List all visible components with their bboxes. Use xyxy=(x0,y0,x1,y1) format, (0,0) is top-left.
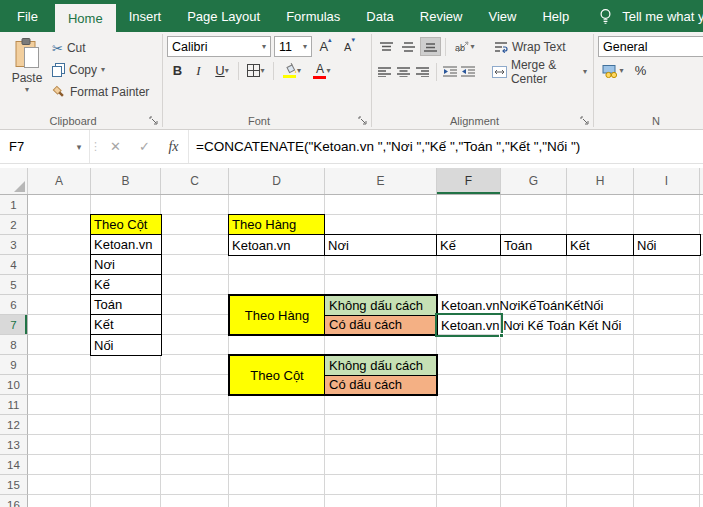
row-header-16[interactable]: 16 xyxy=(0,495,28,507)
column-header-e[interactable]: E xyxy=(325,168,437,194)
row-header-5[interactable]: 5 xyxy=(0,275,28,295)
font-dialog-launcher[interactable] xyxy=(357,115,368,126)
alignment-dialog-launcher[interactable] xyxy=(579,115,590,126)
tab-data[interactable]: Data xyxy=(353,0,406,32)
cell-e7[interactable]: Có dấu cách xyxy=(325,316,436,335)
cell-e6[interactable]: Không dấu cách xyxy=(325,296,436,316)
tab-file[interactable]: File xyxy=(0,0,55,32)
enter-button[interactable]: ✓ xyxy=(130,130,159,163)
tab-insert[interactable]: Insert xyxy=(116,0,175,32)
row-header-3[interactable]: 3 xyxy=(0,235,28,255)
row-header-12[interactable]: 12 xyxy=(0,415,28,435)
increase-indent-button[interactable] xyxy=(460,62,478,81)
column-header-i[interactable]: I xyxy=(634,168,700,194)
cell-b8[interactable]: Nối xyxy=(91,335,161,355)
cell-b4[interactable]: Nơi xyxy=(91,255,161,275)
row-header-13[interactable]: 13 xyxy=(0,435,28,455)
tab-view[interactable]: View xyxy=(475,0,529,32)
underline-button[interactable]: U ▾ xyxy=(209,61,235,80)
name-box-dropdown-icon[interactable]: ▾ xyxy=(69,142,89,152)
cancel-button[interactable]: ✕ xyxy=(101,130,130,163)
copy-dropdown-icon[interactable]: ▾ xyxy=(101,66,105,74)
cell-d3[interactable]: Ketoan.vn xyxy=(229,235,325,255)
font-name-combo[interactable]: Calibri ▾ xyxy=(167,36,271,57)
row-header-10[interactable]: 10 xyxy=(0,375,28,395)
bold-button[interactable]: B xyxy=(167,61,188,80)
row-header-14[interactable]: 14 xyxy=(0,455,28,475)
paste-button[interactable]: Paste ▾ xyxy=(4,36,50,102)
cell-b6[interactable]: Toán xyxy=(91,295,161,315)
row-header-1[interactable]: 1 xyxy=(0,195,28,215)
fill-color-button[interactable]: ▾ xyxy=(277,61,307,80)
orientation-button[interactable]: ab ▾ xyxy=(450,37,480,56)
align-left-button[interactable] xyxy=(376,62,394,81)
column-header-a[interactable]: A xyxy=(28,168,91,194)
row-header-6[interactable]: 6 xyxy=(0,295,28,315)
row-header-2[interactable]: 2 xyxy=(0,215,28,235)
formula-bar-grip[interactable]: ⋮ xyxy=(89,130,101,163)
cell-d9-d10-merged[interactable]: Theo Cột xyxy=(230,356,325,394)
tab-help[interactable]: Help xyxy=(529,0,582,32)
select-all-corner[interactable] xyxy=(0,168,28,194)
formula-input[interactable]: =CONCATENATE("Ketoan.vn ","Nơi ","Kế ","… xyxy=(188,130,703,163)
merge-center-button[interactable]: Merge & Center ▾ xyxy=(488,61,591,82)
selection-border-f7[interactable] xyxy=(435,313,503,337)
row-header-4[interactable]: 4 xyxy=(0,255,28,275)
row-header-9[interactable]: 9 xyxy=(0,355,28,375)
cell-b5[interactable]: Kế xyxy=(91,275,161,295)
cell-f3[interactable]: Kế xyxy=(437,235,501,255)
copy-button[interactable]: Copy ▾ xyxy=(50,60,151,80)
grow-font-button[interactable]: A▴ xyxy=(315,37,336,56)
cell-g3[interactable]: Toán xyxy=(501,235,567,255)
row-header-8[interactable]: 8 xyxy=(0,335,28,355)
cell-i3[interactable]: Nối xyxy=(634,235,700,255)
paste-dropdown-icon[interactable]: ▾ xyxy=(25,86,29,94)
italic-button[interactable]: I xyxy=(188,61,209,80)
bottom-align-button[interactable] xyxy=(420,37,441,56)
borders-button[interactable]: ▾ xyxy=(242,61,270,80)
tab-home[interactable]: Home xyxy=(55,4,116,32)
tab-review[interactable]: Review xyxy=(407,0,476,32)
wrap-text-button[interactable]: Wrap Text xyxy=(490,36,570,57)
column-header-c[interactable]: C xyxy=(161,168,229,194)
decrease-indent-button[interactable] xyxy=(441,62,459,81)
name-box[interactable]: F7 ▾ xyxy=(0,130,89,163)
cell-b2[interactable]: Theo Cột xyxy=(91,215,161,235)
cell-e3[interactable]: Nơi xyxy=(325,235,437,255)
font-color-button[interactable]: A ▾ xyxy=(307,61,337,80)
row-header-15[interactable]: 15 xyxy=(0,475,28,495)
font-size-combo[interactable]: 11 ▾ xyxy=(274,36,312,57)
cell-d2[interactable]: Theo Hàng xyxy=(228,214,325,235)
accounting-format-button[interactable]: ▾ xyxy=(598,61,628,80)
column-header-d[interactable]: D xyxy=(229,168,325,194)
row-header-11[interactable]: 11 xyxy=(0,395,28,415)
tab-formulas[interactable]: Formulas xyxy=(273,0,353,32)
column-header-h[interactable]: H xyxy=(567,168,634,194)
format-painter-button[interactable]: Format Painter xyxy=(50,82,151,102)
tab-page-layout[interactable]: Page Layout xyxy=(174,0,273,32)
cell-e9[interactable]: Không dấu cách xyxy=(325,356,436,376)
number-format-combo[interactable]: General ▾ xyxy=(598,36,703,57)
clipboard-dialog-launcher[interactable] xyxy=(148,115,159,126)
percent-style-button[interactable]: % xyxy=(630,61,651,80)
cell-h3[interactable]: Kết xyxy=(567,235,634,255)
grid-body[interactable]: Theo Cột Ketoan.vn Nơi Kế Toán Kết Nối T… xyxy=(28,195,703,507)
insert-function-button[interactable]: fx xyxy=(159,130,188,163)
cell-b3[interactable]: Ketoan.vn xyxy=(91,235,161,255)
align-right-button[interactable] xyxy=(414,62,432,81)
shrink-font-button[interactable]: A▾ xyxy=(339,37,360,56)
cell-f6[interactable]: Ketoan.vnNơiKếToánKếtNối xyxy=(437,295,603,315)
column-header-f[interactable]: F xyxy=(437,168,501,194)
fill-handle[interactable] xyxy=(499,333,504,338)
tell-me-search[interactable]: Tell me what you w xyxy=(598,0,703,32)
cell-e10[interactable]: Có dấu cách xyxy=(325,376,436,395)
align-center-button[interactable] xyxy=(395,62,413,81)
column-header-g[interactable]: G xyxy=(501,168,567,194)
cut-button[interactable]: ✂ Cut xyxy=(50,38,151,58)
cell-d6-d7-merged[interactable]: Theo Hàng xyxy=(230,296,325,334)
top-align-button[interactable] xyxy=(376,37,397,56)
column-header-b[interactable]: B xyxy=(91,168,161,194)
middle-align-button[interactable] xyxy=(398,37,419,56)
row-header-7[interactable]: 7 xyxy=(0,315,28,335)
cell-b7[interactable]: Kết xyxy=(91,315,161,335)
